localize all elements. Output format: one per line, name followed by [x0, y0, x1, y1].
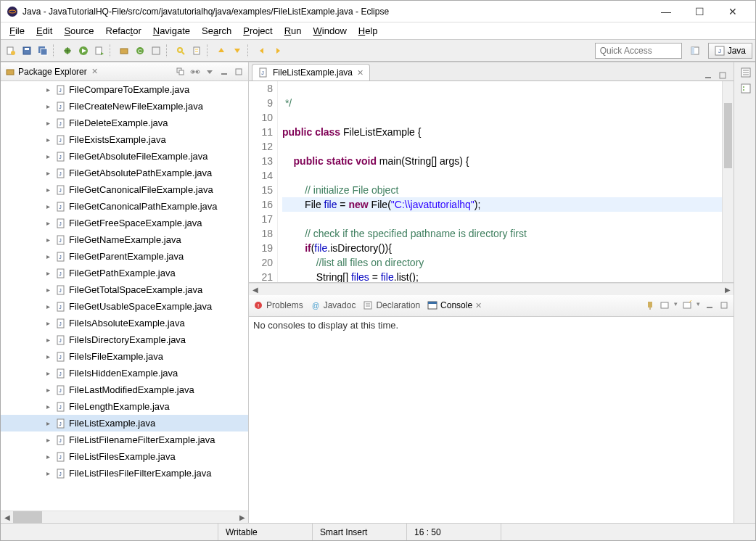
tree-item[interactable]: ▸JFileGetPathExample.java	[1, 265, 248, 281]
open-type-button[interactable]	[149, 44, 163, 58]
chevron-right-icon[interactable]: ▸	[44, 152, 52, 160]
close-tab-icon[interactable]: ✕	[475, 301, 482, 310]
chevron-right-icon[interactable]: ▸	[44, 302, 52, 310]
tree-item[interactable]: ▸JFileLengthExample.java	[1, 398, 248, 415]
minimize-view-icon[interactable]	[219, 67, 229, 77]
tree-item[interactable]: ▸JFileDeleteExample.java	[1, 115, 248, 131]
dropdown-icon[interactable]: ▾	[697, 300, 700, 310]
quick-access-input[interactable]	[595, 43, 682, 59]
chevron-right-icon[interactable]: ▸	[44, 219, 52, 227]
run-button[interactable]	[76, 44, 91, 58]
save-button[interactable]	[20, 44, 34, 58]
new-class-button[interactable]: C	[133, 44, 147, 58]
java-perspective-button[interactable]: J Java	[708, 43, 752, 59]
chevron-right-icon[interactable]: ▸	[44, 86, 52, 94]
view-menu-icon[interactable]	[205, 67, 215, 77]
chevron-right-icon[interactable]: ▸	[44, 436, 52, 444]
package-tree[interactable]: ▸JFileCompareToExample.java▸JFileCreateN…	[1, 81, 248, 511]
tree-horizontal-scrollbar[interactable]: ◀ ▶	[1, 511, 248, 523]
menu-edit[interactable]: Edit	[30, 24, 58, 38]
save-all-button[interactable]	[36, 44, 50, 58]
chevron-right-icon[interactable]: ▸	[44, 119, 52, 127]
new-package-button[interactable]	[117, 44, 131, 58]
tree-item[interactable]: ▸JFileGetFreeSpaceExample.java	[1, 215, 248, 231]
tree-item[interactable]: ▸JFileListExample.java	[1, 415, 248, 431]
minimize-editor-icon[interactable]	[703, 70, 713, 80]
chevron-right-icon[interactable]: ▸	[44, 469, 52, 477]
task-list-icon[interactable]	[740, 83, 750, 93]
dropdown-icon[interactable]: ▾	[674, 300, 678, 310]
collapse-all-icon[interactable]	[176, 67, 186, 77]
forward-button[interactable]	[271, 44, 285, 58]
chevron-right-icon[interactable]: ▸	[44, 236, 52, 244]
link-editor-icon[interactable]	[190, 67, 200, 77]
maximize-panel-icon[interactable]	[719, 300, 729, 310]
run-last-button[interactable]	[92, 44, 107, 58]
chevron-right-icon[interactable]: ▸	[44, 252, 52, 260]
maximize-editor-icon[interactable]	[718, 70, 728, 80]
pin-console-icon[interactable]	[645, 300, 655, 310]
tab-problems[interactable]: ! Problems	[253, 300, 303, 310]
scroll-right-icon[interactable]: ▶	[236, 511, 248, 523]
new-button[interactable]	[4, 44, 18, 58]
tree-item[interactable]: ▸JFileGetParentExample.java	[1, 248, 248, 265]
code-editor[interactable]: 891011121314151617181920212223 */public …	[249, 81, 734, 283]
tree-item[interactable]: ▸JFileGetCanonicalPathExample.java	[1, 198, 248, 215]
chevron-right-icon[interactable]: ▸	[44, 336, 52, 344]
menu-help[interactable]: Help	[353, 24, 384, 38]
prev-annotation-button[interactable]	[214, 44, 229, 58]
tree-item[interactable]: ▸JFileGetAbsolutePathExample.java	[1, 165, 248, 181]
editor-tab[interactable]: J FileListExample.java ✕	[252, 64, 370, 80]
minimize-button[interactable]: —	[649, 1, 683, 22]
next-annotation-button[interactable]	[230, 44, 245, 58]
close-tab-icon[interactable]: ✕	[357, 68, 363, 78]
code-content[interactable]: */public class FileListExample { public …	[278, 81, 722, 282]
chevron-right-icon[interactable]: ▸	[44, 186, 52, 194]
tree-item[interactable]: ▸JFileGetTotalSpaceExample.java	[1, 281, 248, 298]
tree-item[interactable]: ▸JFileGetAbsoluteFileExample.java	[1, 148, 248, 165]
chevron-right-icon[interactable]: ▸	[44, 453, 52, 461]
menu-run[interactable]: Run	[279, 24, 308, 38]
tree-item[interactable]: ▸JFileListFilesExample.java	[1, 448, 248, 465]
menu-file[interactable]: File	[4, 24, 30, 38]
menu-refactor[interactable]: Refactor	[100, 24, 147, 38]
tree-item[interactable]: ▸JFileIsFileExample.java	[1, 348, 248, 365]
tree-item[interactable]: ▸JFileListFilesFileFilterExample.java	[1, 465, 248, 482]
scroll-left-icon[interactable]: ◀	[249, 284, 261, 295]
toggle-mark-button[interactable]	[189, 44, 204, 58]
tab-declaration[interactable]: Declaration	[363, 300, 420, 310]
tree-item[interactable]: ▸JFileCreateNewFileExample.java	[1, 98, 248, 115]
menu-project[interactable]: Project	[237, 24, 278, 38]
editor-vertical-scrollbar[interactable]	[722, 81, 734, 282]
open-perspective-button[interactable]	[688, 44, 702, 58]
scroll-right-icon[interactable]: ▶	[721, 284, 734, 295]
chevron-right-icon[interactable]: ▸	[44, 352, 52, 360]
view-close-icon[interactable]: ✕	[91, 67, 98, 76]
tree-item[interactable]: ▸JFileIsDirectoryExample.java	[1, 331, 248, 348]
tree-item[interactable]: ▸JFileGetNameExample.java	[1, 231, 248, 248]
chevron-right-icon[interactable]: ▸	[44, 369, 52, 377]
tree-item[interactable]: ▸JFileGetUsableSpaceExample.java	[1, 298, 248, 315]
tree-item[interactable]: ▸JFileIsAbsoluteExample.java	[1, 315, 248, 331]
maximize-view-icon[interactable]	[234, 67, 244, 77]
tree-item[interactable]: ▸JFileListFilenameFilterExample.java	[1, 431, 248, 448]
chevron-right-icon[interactable]: ▸	[44, 286, 52, 294]
tab-javadoc[interactable]: @ Javadoc	[311, 300, 356, 310]
chevron-right-icon[interactable]: ▸	[44, 319, 52, 327]
chevron-right-icon[interactable]: ▸	[44, 269, 52, 277]
scrollbar-thumb[interactable]	[724, 103, 732, 168]
chevron-right-icon[interactable]: ▸	[44, 136, 52, 144]
tree-item[interactable]: ▸JFileExistsExample.java	[1, 131, 248, 148]
tree-item[interactable]: ▸JFileGetCanonicalFileExample.java	[1, 181, 248, 198]
chevron-right-icon[interactable]: ▸	[44, 169, 52, 177]
minimize-panel-icon[interactable]	[704, 300, 715, 310]
chevron-right-icon[interactable]: ▸	[44, 402, 52, 410]
tree-item[interactable]: ▸JFileIsHiddenExample.java	[1, 365, 248, 381]
tab-console[interactable]: Console ✕	[427, 300, 482, 310]
tree-item[interactable]: ▸JFileCompareToExample.java	[1, 81, 248, 98]
chevron-right-icon[interactable]: ▸	[44, 202, 52, 210]
menu-source[interactable]: Source	[58, 24, 99, 38]
scrollbar-thumb[interactable]	[13, 511, 42, 523]
close-button[interactable]: ✕	[716, 1, 749, 22]
maximize-button[interactable]: ☐	[683, 1, 716, 22]
